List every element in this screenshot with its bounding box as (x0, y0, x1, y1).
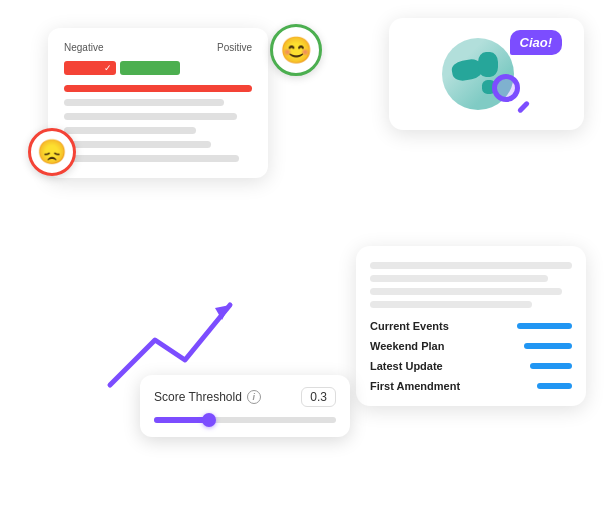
negative-bar (64, 61, 116, 75)
topics-card: Current Events Weekend Plan Latest Updat… (356, 246, 586, 406)
deco-line-1 (370, 262, 572, 269)
topic-item: Current Events (370, 320, 572, 332)
topic-label-1: Current Events (370, 320, 449, 332)
mag-handle (516, 100, 529, 113)
score-threshold-card: Score Threshold i 0.3 (140, 375, 350, 437)
sentiment-header: Negative Positive (64, 42, 252, 53)
topic-items-list: Current Events Weekend Plan Latest Updat… (370, 320, 572, 392)
line-2 (64, 99, 224, 106)
topic-label-3: Latest Update (370, 360, 443, 372)
topic-bar-3 (530, 363, 572, 369)
sentiment-card: Negative Positive (48, 28, 268, 178)
negative-label: Negative (64, 42, 103, 53)
happy-face-badge: 😊 (270, 24, 322, 76)
line-6 (64, 155, 239, 162)
deco-line-3 (370, 288, 562, 295)
slider-fill (154, 417, 209, 423)
topic-decorative-lines (370, 262, 572, 308)
positive-bar (120, 61, 180, 75)
topic-item: Latest Update (370, 360, 572, 372)
slider-track[interactable] (154, 417, 336, 423)
score-label: Score Threshold (154, 390, 242, 404)
topic-item: Weekend Plan (370, 340, 572, 352)
score-value-badge: 0.3 (301, 387, 336, 407)
mag-circle (492, 74, 520, 102)
score-title-row: Score Threshold i 0.3 (154, 387, 336, 407)
ciao-bubble: Ciao! (510, 30, 563, 55)
line-1 (64, 85, 252, 92)
line-4 (64, 127, 196, 134)
language-card: Ciao! (389, 18, 584, 130)
line-3 (64, 113, 237, 120)
sentiment-lines (64, 85, 252, 162)
topic-bar-1 (517, 323, 572, 329)
topic-label-4: First Amendment (370, 380, 460, 392)
info-icon: i (247, 390, 261, 404)
sentiment-bar-row (64, 61, 252, 75)
line-5 (64, 141, 211, 148)
topic-item: First Amendment (370, 380, 572, 392)
deco-line-2 (370, 275, 548, 282)
deco-line-4 (370, 301, 532, 308)
positive-label: Positive (217, 42, 252, 53)
topic-label-2: Weekend Plan (370, 340, 444, 352)
sad-face-badge: 😞 (28, 128, 76, 176)
magnifier (492, 74, 532, 114)
topic-bar-2 (524, 343, 572, 349)
topic-bar-4 (537, 383, 572, 389)
slider-thumb[interactable] (202, 413, 216, 427)
